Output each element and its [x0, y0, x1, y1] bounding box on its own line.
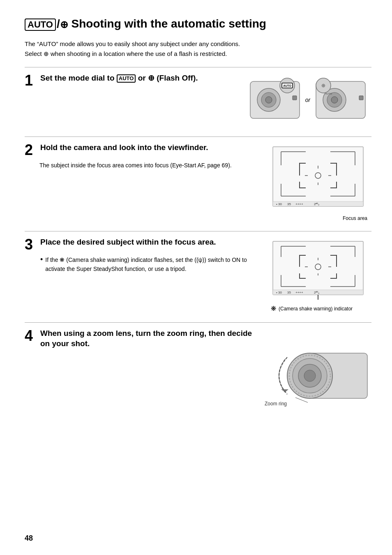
divider-1 — [25, 136, 371, 137]
focus-area-label: Focus area — [269, 215, 371, 221]
svg-text:• 30: • 30 — [276, 202, 282, 206]
svg-text:• 30: • 30 — [276, 291, 282, 294]
auto-badge: AUTO — [25, 18, 56, 31]
step-3-bullet: If the ❋ (Camera shake warning) indicato… — [45, 255, 265, 274]
svg-text:or: or — [305, 97, 311, 103]
svg-text:Zoom ring: Zoom ring — [265, 401, 287, 407]
step-3-number: 3 — [25, 237, 38, 252]
bullet-dot: • — [40, 255, 43, 264]
divider-0 — [25, 67, 371, 67]
shake-icon: ❋ — [271, 305, 276, 312]
svg-text:35: 35 — [287, 291, 291, 294]
viewfinder-shake-svg: • 30 35 ++++ 2⁴⁶ₔ — [269, 237, 367, 303]
shake-label: (Camera shake warning) indicator — [279, 306, 353, 312]
divider-2 — [25, 231, 371, 231]
step-2-section: 2 Hold the camera and look into the view… — [25, 143, 371, 225]
step-1-svg: AUTO or ⊕ AUTO — [248, 73, 371, 127]
step-2-image: • 30 35 ++++ 2⁴⁶ₔ Focus area — [269, 143, 371, 221]
step-2-number: 2 — [25, 143, 38, 157]
divider-3 — [25, 322, 371, 323]
viewfinder-svg: • 30 35 ++++ 2⁴⁶ₔ — [269, 143, 367, 215]
step-3-title: Place the desired subject within the foc… — [40, 237, 265, 247]
svg-rect-7 — [293, 96, 297, 100]
step-1-image: AUTO or ⊕ AUTO — [248, 73, 371, 127]
svg-point-12 — [331, 97, 338, 103]
step-1-section: 1 Set the mode dial to AUTO or ⊕ (Flash … — [25, 73, 371, 131]
svg-text:++++: ++++ — [295, 202, 303, 206]
step-3-body: • If the ❋ (Camera shake warning) indica… — [40, 255, 265, 274]
step-3-image: • 30 35 ++++ 2⁴⁶ₔ ❋ (Camera shake warnin… — [269, 237, 371, 312]
svg-text:2⁴⁶ₔ: 2⁴⁶ₔ — [314, 291, 319, 294]
svg-point-61 — [304, 370, 316, 382]
svg-text:⊕: ⊕ — [321, 83, 325, 88]
step-4-section: 4 When using a zoom lens, turn the zoom … — [25, 328, 371, 411]
step-2-body: The subject inside the focus area comes … — [39, 161, 265, 170]
svg-text:AUTO: AUTO — [283, 84, 291, 87]
step-1-number: 1 — [25, 73, 38, 88]
svg-point-3 — [265, 97, 272, 103]
svg-text:AUTO: AUTO — [325, 92, 332, 95]
shake-indicator-label: ❋ (Camera shake warning) indicator — [269, 305, 371, 312]
svg-text:35: 35 — [287, 202, 291, 206]
zoom-ring-svg: Zoom ring — [261, 328, 371, 407]
page-title: AUTO/⊕ Shooting with the automatic setti… — [25, 16, 371, 31]
intro-line2: Select ⊕ when shooting in a location whe… — [25, 50, 227, 57]
step-3-section: 3 Place the desired subject within the f… — [25, 237, 371, 317]
svg-rect-17 — [273, 147, 363, 206]
svg-text:++++: ++++ — [295, 291, 303, 294]
step-4-title: When using a zoom lens, turn the zoom ri… — [40, 328, 256, 349]
svg-text:2⁴⁶ₔ: 2⁴⁶ₔ — [314, 202, 319, 206]
intro-paragraph: The “AUTO” mode allows you to easily sho… — [25, 39, 255, 59]
step-1-title: Set the mode dial to AUTO or ⊕ (Flash Of… — [40, 73, 244, 83]
step-4-image: Zoom ring — [261, 328, 371, 407]
step-2-title: Hold the camera and look into the viewfi… — [40, 143, 265, 153]
page-number: 48 — [25, 534, 33, 543]
svg-rect-16 — [359, 96, 363, 100]
step-4-number: 4 — [25, 328, 38, 343]
